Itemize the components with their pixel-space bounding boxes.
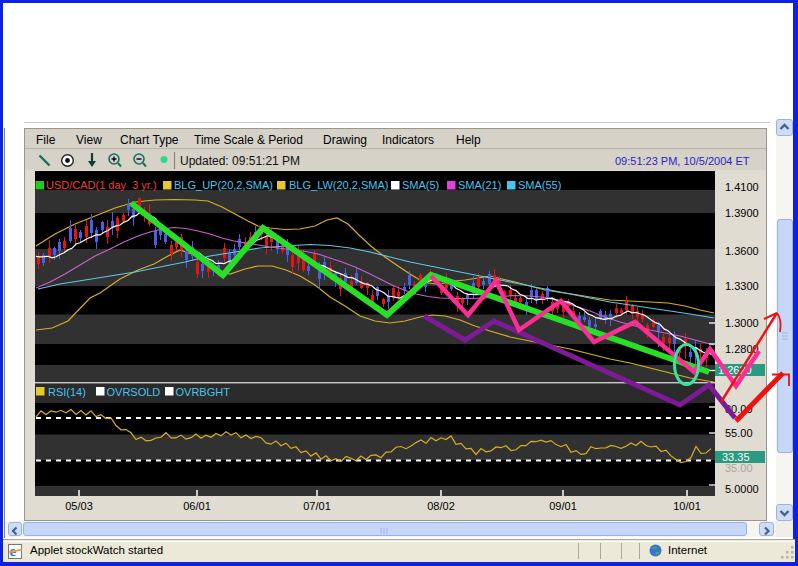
svg-text:USD/CAD(1 day 3 yr.): USD/CAD(1 day 3 yr.) [46, 179, 157, 191]
svg-text:SMA(55): SMA(55) [518, 179, 561, 191]
svg-text:SMA(21): SMA(21) [458, 179, 501, 191]
svg-text:OVRBGHT: OVRBGHT [176, 386, 231, 398]
svg-text:BLG_UP(20,2,SMA): BLG_UP(20,2,SMA) [174, 179, 273, 191]
svg-text:OVRSOLD: OVRSOLD [107, 386, 161, 398]
svg-text:BLG_LW(20,2,SMA): BLG_LW(20,2,SMA) [289, 179, 388, 191]
svg-text:RSI(14): RSI(14) [48, 386, 86, 398]
svg-text:SMA(5): SMA(5) [402, 179, 439, 191]
